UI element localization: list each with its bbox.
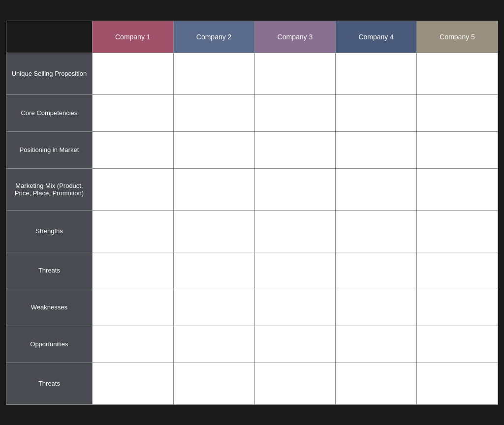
cell-opportunities-company1[interactable] [92, 326, 173, 363]
label-strengths: Strengths [6, 210, 93, 252]
cell-weaknesses-company1[interactable] [92, 289, 173, 326]
header-company1: Company 1 [92, 21, 173, 53]
cell-threats2-company4[interactable] [336, 363, 417, 404]
row-strengths: Strengths [6, 210, 498, 252]
label-marketing: Marketing Mix (Product, Price, Place, Pr… [6, 168, 93, 210]
row-core: Core Competencies [6, 94, 498, 131]
header-company3: Company 3 [254, 21, 336, 53]
cell-threats2-company2[interactable] [173, 363, 254, 404]
cell-opportunities-company3[interactable] [254, 326, 336, 363]
cell-core-company5[interactable] [417, 94, 498, 131]
cell-threats1-company3[interactable] [254, 252, 336, 289]
cell-core-company4[interactable] [336, 94, 417, 131]
cell-usp-company5[interactable] [417, 53, 498, 94]
cell-threats1-company5[interactable] [417, 252, 498, 289]
cell-positioning-company5[interactable] [417, 131, 498, 168]
cell-weaknesses-company5[interactable] [417, 289, 498, 326]
header-company2: Company 2 [173, 21, 254, 53]
label-positioning: Positioning in Market [6, 131, 93, 168]
cell-positioning-company4[interactable] [336, 131, 417, 168]
cell-threats2-company3[interactable] [254, 363, 336, 404]
row-threats1: Threats [6, 252, 498, 289]
row-opportunities: Opportunities [6, 326, 498, 363]
cell-marketing-company1[interactable] [92, 168, 173, 210]
cell-opportunities-company5[interactable] [417, 326, 498, 363]
cell-usp-company4[interactable] [336, 53, 417, 94]
header-row: Company 1 Company 2 Company 3 Company 4 … [6, 21, 498, 53]
cell-threats2-company1[interactable] [92, 363, 173, 404]
cell-threats1-company4[interactable] [336, 252, 417, 289]
label-core: Core Competencies [6, 94, 93, 131]
row-weaknesses: Weaknesses [6, 289, 498, 326]
cell-strengths-company4[interactable] [336, 210, 417, 252]
cell-marketing-company3[interactable] [254, 168, 336, 210]
cell-opportunities-company4[interactable] [336, 326, 417, 363]
cell-weaknesses-company3[interactable] [254, 289, 336, 326]
header-company4: Company 4 [336, 21, 417, 53]
cell-opportunities-company2[interactable] [173, 326, 254, 363]
cell-weaknesses-company4[interactable] [336, 289, 417, 326]
cell-strengths-company2[interactable] [173, 210, 254, 252]
cell-positioning-company3[interactable] [254, 131, 336, 168]
cell-usp-company1[interactable] [92, 53, 173, 94]
cell-marketing-company4[interactable] [336, 168, 417, 210]
cell-positioning-company1[interactable] [92, 131, 173, 168]
cell-positioning-company2[interactable] [173, 131, 254, 168]
row-positioning: Positioning in Market [6, 131, 498, 168]
header-empty-cell [6, 21, 93, 53]
cell-usp-company3[interactable] [254, 53, 336, 94]
competitive-analysis-table: Company 1 Company 2 Company 3 Company 4 … [6, 21, 498, 405]
cell-threats2-company5[interactable] [417, 363, 498, 404]
row-threats2: Threats [6, 363, 498, 404]
header-company5: Company 5 [417, 21, 498, 53]
cell-core-company1[interactable] [92, 94, 173, 131]
label-opportunities: Opportunities [6, 326, 93, 363]
cell-threats1-company2[interactable] [173, 252, 254, 289]
cell-marketing-company2[interactable] [173, 168, 254, 210]
label-threats1: Threats [6, 252, 93, 289]
cell-strengths-company5[interactable] [417, 210, 498, 252]
cell-usp-company2[interactable] [173, 53, 254, 94]
label-weaknesses: Weaknesses [6, 289, 93, 326]
cell-core-company3[interactable] [254, 94, 336, 131]
cell-strengths-company1[interactable] [92, 210, 173, 252]
row-usp: Unique Selling Proposition [6, 53, 498, 94]
label-threats2: Threats [6, 363, 93, 404]
label-usp: Unique Selling Proposition [6, 53, 93, 94]
table-container: Company 1 Company 2 Company 3 Company 4 … [0, 0, 504, 425]
cell-marketing-company5[interactable] [417, 168, 498, 210]
cell-core-company2[interactable] [173, 94, 254, 131]
cell-threats1-company1[interactable] [92, 252, 173, 289]
cell-weaknesses-company2[interactable] [173, 289, 254, 326]
row-marketing: Marketing Mix (Product, Price, Place, Pr… [6, 168, 498, 210]
cell-strengths-company3[interactable] [254, 210, 336, 252]
